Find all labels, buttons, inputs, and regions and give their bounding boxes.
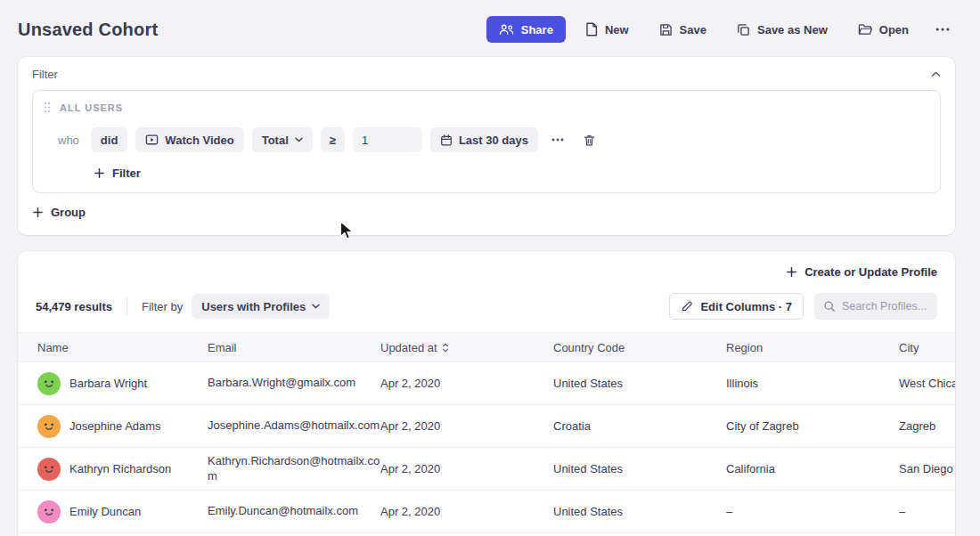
add-group-label: Group [51,206,86,219]
who-label: who [58,134,79,147]
filter-panel: Filter ALL USERS who did Watch Video [18,57,955,235]
user-updated-at: Apr 2, 2020 [380,491,553,533]
user-region: City of Zagreb [726,405,899,448]
user-country-code: United States [553,491,726,533]
column-header-city[interactable]: City [899,333,955,362]
plus-icon [786,266,797,278]
divider [127,297,127,315]
share-users-icon [499,23,514,36]
new-label: New [605,23,629,37]
threshold-input[interactable] [353,127,422,152]
user-city: San Diego [899,448,955,491]
save-label: Save [680,23,706,37]
share-button[interactable]: Share [486,16,566,43]
event-label: Watch Video [165,134,233,147]
copy-icon [737,23,750,37]
group-actions: Group [18,193,955,235]
top-bar: Unsaved Cohort Share New Save Save as Ne… [0,0,980,57]
user-email: Emily.Duncan@hotmailx.com [208,491,380,533]
chevron-down-icon [295,137,303,142]
cohort-group: ALL USERS who did Watch Video Total ≥ [32,90,941,193]
avatar [37,372,61,395]
add-filter-button[interactable]: Filter [94,166,141,180]
avatar [37,500,61,524]
did-label: did [101,134,118,147]
more-options-button[interactable] [928,16,957,43]
create-or-update-profile-button[interactable]: Create or Update Profile [786,265,937,279]
avatar [37,415,61,438]
ellipsis-icon [935,28,950,31]
user-country-code: Croatia [553,405,726,448]
delete-clause-button[interactable] [577,127,601,152]
user-name: Josephine Adams [69,419,161,433]
chevron-down-icon [312,304,320,309]
ellipsis-icon [551,138,564,142]
create-row: Create or Update Profile [18,251,955,284]
operator-label: ≥ [330,134,336,147]
filter-panel-header[interactable]: Filter [18,57,955,90]
user-city: West Chicago [899,362,955,405]
new-button[interactable]: New [575,16,640,43]
aggregation-label: Total [262,134,289,147]
save-button[interactable]: Save [649,16,717,43]
user-email: Kathryn.Richardson@hotmailx.com [208,448,380,491]
user-updated-at: Apr 2, 2020 [380,362,553,405]
create-or-update-label: Create or Update Profile [804,265,937,279]
open-button[interactable]: Open [847,16,919,43]
results-count: 54,479 results [36,300,112,313]
date-range-selector[interactable]: Last 30 days [430,127,538,152]
profile-filter-label: Users with Profiles [201,300,306,313]
user-email: Josephine.Adams@hotmailx.com [208,405,380,448]
group-header: ALL USERS [44,102,929,113]
table-row[interactable]: Kathryn Richardson Kathryn.Richardson@ho… [18,448,955,491]
column-header-country-code[interactable]: Country Code [553,333,726,362]
table-header-row: Name Email Updated at Country Code Regio… [18,333,955,362]
operator-selector[interactable]: ≥ [321,127,345,152]
folder-icon [858,23,872,36]
drag-handle-icon[interactable] [44,102,51,113]
table-row[interactable]: Barbara Wright Barbara.Wright@gmailx.com… [18,362,955,405]
open-label: Open [879,23,909,37]
pencil-icon [681,300,693,313]
search-icon [823,300,836,313]
column-header-email[interactable]: Email [208,333,380,362]
column-header-name[interactable]: Name [18,333,208,362]
save-as-new-button[interactable]: Save as New [726,16,838,43]
event-selector[interactable]: Watch Video [135,127,243,152]
plus-icon [94,167,105,179]
avatar [37,458,61,481]
column-header-updated-at[interactable]: Updated at [380,333,553,362]
column-header-region[interactable]: Region [726,333,899,362]
did-selector[interactable]: did [91,127,128,152]
table-row[interactable]: Emily Duncan Emily.Duncan@hotmailx.com A… [18,491,955,533]
filter-clause: who did Watch Video Total ≥ [58,127,929,152]
new-document-icon [585,22,598,37]
table-row[interactable]: Josephine Adams Josephine.Adams@hotmailx… [18,405,955,448]
user-updated-at: Apr 2, 2020 [380,405,553,448]
user-name: Kathryn Richardson [69,462,171,475]
edit-columns-label: Edit Columns · 7 [700,300,792,313]
user-region: – [726,491,899,533]
aggregation-dropdown[interactable]: Total [252,127,313,152]
user-city: – [899,491,955,533]
profile-filter-dropdown[interactable]: Users with Profiles [192,294,330,319]
add-group-button[interactable]: Group [32,206,86,219]
results-panel: Create or Update Profile 54,479 results … [18,251,955,536]
search-profiles-input[interactable] [842,300,928,313]
results-toolbar: 54,479 results Filter by Users with Prof… [18,284,955,332]
sort-icon[interactable] [442,343,449,353]
edit-columns-button[interactable]: Edit Columns · 7 [669,293,804,320]
group-label: ALL USERS [60,102,123,113]
user-name: Barbara Wright [69,377,147,390]
updated-at-label: Updated at [380,341,437,354]
save-as-new-label: Save as New [757,23,828,37]
clause-more-button[interactable] [546,127,569,152]
search-profiles-box [814,293,937,320]
page-title: Unsaved Cohort [18,20,158,40]
chevron-up-icon[interactable] [931,71,941,77]
user-country-code: United States [553,448,726,491]
user-region: Illinois [726,362,899,405]
filter-panel-title: Filter [32,68,58,81]
date-range-label: Last 30 days [459,134,528,147]
profiles-table: Name Email Updated at Country Code Regio… [18,332,955,533]
